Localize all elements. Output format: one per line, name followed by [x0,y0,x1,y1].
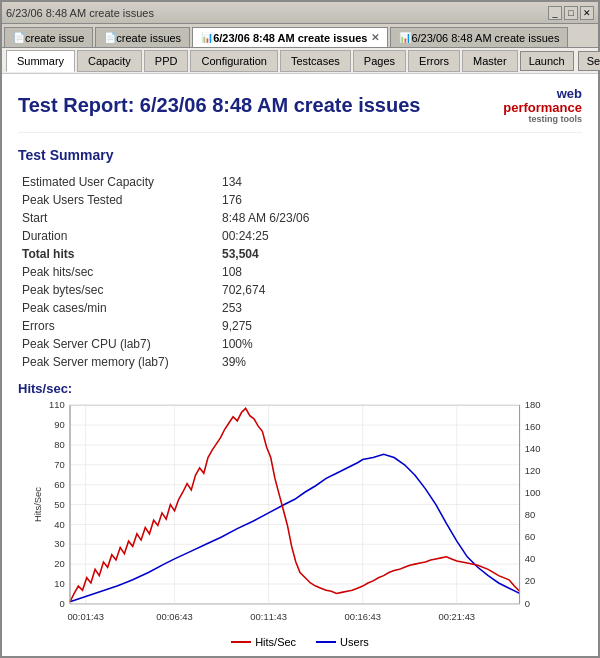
svg-text:10: 10 [54,578,64,589]
svg-text:160: 160 [525,421,541,432]
nav-tabs: Summary Capacity PPD Configuration Testc… [2,48,598,74]
stats-row: Errors 9,275 [18,317,582,335]
title-bar: 6/23/06 8:48 AM create issues _ □ ✕ [2,2,598,24]
svg-text:0: 0 [60,598,65,609]
svg-text:50: 50 [54,499,64,510]
svg-text:40: 40 [54,519,64,530]
launch-button[interactable]: Launch [520,51,574,71]
minimize-button[interactable]: _ [548,6,562,20]
logo-text: web [557,86,582,101]
svg-text:Hits/Sec: Hits/Sec [32,487,43,522]
hits-legend-label: Hits/Sec [255,636,296,648]
legend-users: Users [316,636,369,648]
stats-row: Peak Server CPU (lab7) 100% [18,335,582,353]
tab-label: create issue [25,32,84,44]
chart-title: Hits/sec: [18,381,582,396]
window-title: 6/23/06 8:48 AM create issues [6,7,154,19]
tab-close-icon[interactable]: ✕ [371,32,379,43]
nav-tab-capacity[interactable]: Capacity [77,50,142,72]
nav-tab-testcases[interactable]: Testcases [280,50,351,72]
tab-icon: 📊 [399,32,411,43]
nav-tab-configuration[interactable]: Configuration [190,50,277,72]
stats-row: Peak hits/sec 108 [18,263,582,281]
stats-row: Total hits 53,504 [18,245,582,263]
svg-text:00:01:43: 00:01:43 [67,611,104,622]
chart-legend: Hits/Sec Users [18,636,582,648]
tab-create-issue[interactable]: 📄 create issue [4,27,93,47]
svg-text:00:21:43: 00:21:43 [439,611,476,622]
svg-text:60: 60 [525,531,535,542]
svg-text:80: 80 [525,509,535,520]
stat-value: 53,504 [218,245,582,263]
nav-tab-errors[interactable]: Errors [408,50,460,72]
svg-text:90: 90 [54,419,64,430]
nav-actions: Launch Settings [520,51,600,71]
stats-table: Estimated User Capacity 134 Peak Users T… [18,173,582,371]
title-bar-buttons: _ □ ✕ [548,6,594,20]
tab-label: create issues [116,32,181,44]
logo-sub: testing tools [529,114,583,124]
stat-label: Peak Users Tested [18,191,218,209]
stats-row: Duration 00:24:25 [18,227,582,245]
stats-row: Peak Users Tested 176 [18,191,582,209]
stat-value: 9,275 [218,317,582,335]
svg-text:140: 140 [525,443,541,454]
settings-button[interactable]: Settings [578,51,600,71]
stat-value: 108 [218,263,582,281]
legend-hits: Hits/Sec [231,636,296,648]
tab-label: 6/23/06 8:48 AM create issues [213,32,367,44]
tab-bar: 📄 create issue 📄 create issues 📊 6/23/06… [2,24,598,48]
report-title-text: Test Report: 6/23/06 8:48 AM create issu… [18,94,420,117]
content-area[interactable]: Test Report: 6/23/06 8:48 AM create issu… [2,74,598,656]
chart-svg: 0 10 20 30 40 50 60 70 80 90 110 0 20 40… [18,400,582,630]
users-legend-line [316,641,336,643]
svg-text:60: 60 [54,479,64,490]
hits-legend-line [231,641,251,643]
svg-text:80: 80 [54,439,64,450]
tab-create-issues[interactable]: 📄 create issues [95,27,190,47]
divider-1 [18,132,582,133]
stat-value: 134 [218,173,582,191]
stats-row: Peak bytes/sec 702,674 [18,281,582,299]
nav-tab-ppd[interactable]: PPD [144,50,189,72]
close-button[interactable]: ✕ [580,6,594,20]
stats-row: Peak Server memory (lab7) 39% [18,353,582,371]
svg-text:40: 40 [525,553,535,564]
tab-icon: 📄 [13,32,25,43]
nav-tab-master[interactable]: Master [462,50,518,72]
svg-text:30: 30 [54,538,64,549]
main-window: 6/23/06 8:48 AM create issues _ □ ✕ 📄 cr… [0,0,600,658]
stat-value: 176 [218,191,582,209]
stats-row: Start 8:48 AM 6/23/06 [18,209,582,227]
stat-label: Peak cases/min [18,299,218,317]
svg-text:100: 100 [525,487,541,498]
maximize-button[interactable]: □ [564,6,578,20]
stat-label: Peak bytes/sec [18,281,218,299]
svg-text:00:11:43: 00:11:43 [250,611,287,622]
logo-brand: performance [503,101,582,114]
svg-text:0: 0 [525,598,530,609]
svg-text:20: 20 [54,558,64,569]
chart-container: 0 10 20 30 40 50 60 70 80 90 110 0 20 40… [18,400,582,630]
nav-tab-pages[interactable]: Pages [353,50,406,72]
stat-value: 100% [218,335,582,353]
stat-label: Start [18,209,218,227]
tab-report-active[interactable]: 📊 6/23/06 8:48 AM create issues ✕ [192,27,388,47]
tab-icon: 📄 [104,32,116,43]
stat-value: 00:24:25 [218,227,582,245]
stat-value: 39% [218,353,582,371]
stats-row: Estimated User Capacity 134 [18,173,582,191]
stat-label: Estimated User Capacity [18,173,218,191]
stat-label: Peak Server CPU (lab7) [18,335,218,353]
svg-text:180: 180 [525,400,541,410]
summary-section-title: Test Summary [18,147,582,163]
svg-text:70: 70 [54,459,64,470]
tab-label: 6/23/06 8:48 AM create issues [411,32,559,44]
report-content: Test Report: 6/23/06 8:48 AM create issu… [2,74,598,656]
svg-text:20: 20 [525,575,535,586]
nav-tab-summary[interactable]: Summary [6,50,75,72]
logo-area: web performance testing tools [503,86,582,124]
tab-report-2[interactable]: 📊 6/23/06 8:48 AM create issues [390,27,568,47]
stat-label: Errors [18,317,218,335]
svg-text:00:16:43: 00:16:43 [344,611,381,622]
